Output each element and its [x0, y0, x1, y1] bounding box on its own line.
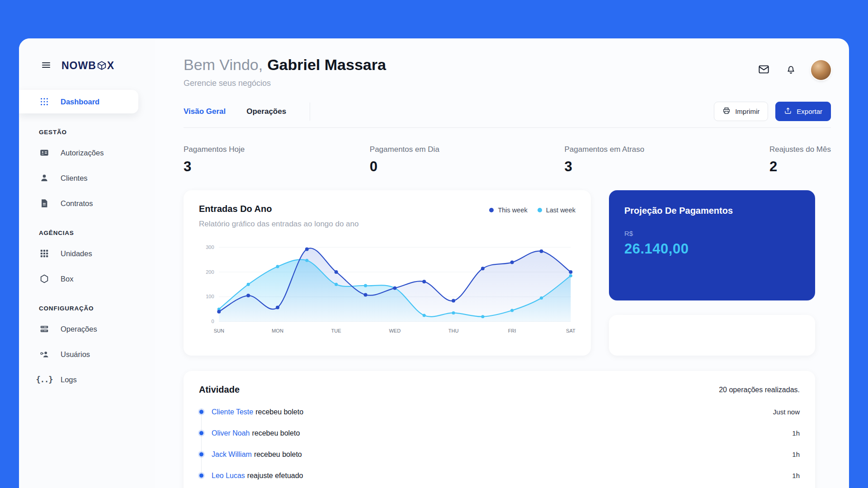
messages-button[interactable]	[757, 62, 771, 78]
user-avatar[interactable]	[811, 60, 831, 80]
hexagon-box-icon	[39, 273, 50, 284]
legend-last-week[interactable]: Last week	[538, 206, 576, 214]
activity-time: 1h	[792, 429, 800, 437]
activity-bullet-icon	[199, 431, 203, 435]
sidebar-item-label: Contratos	[61, 199, 93, 208]
stat-label: Pagamentos em Dia	[370, 145, 439, 154]
grid-icon	[39, 248, 50, 259]
activity-action: recebeu boleto	[255, 408, 303, 416]
stat-value: 0	[370, 159, 439, 175]
sidebar-item-autorizacoes[interactable]: Autorizações	[39, 142, 155, 164]
stat-label: Pagamentos em Atraso	[565, 145, 645, 154]
activity-card: Atividade 20 operações realizadas. Clien…	[184, 371, 815, 488]
activity-client-link[interactable]: Cliente Teste	[212, 408, 253, 416]
sidebar-item-dashboard[interactable]: Dashboard	[19, 90, 138, 113]
sidebar-item-usuarios[interactable]: Usuários	[39, 343, 155, 365]
sidebar-item-unidades[interactable]: Unidades	[39, 243, 155, 264]
user-key-icon	[39, 349, 50, 360]
svg-text:200: 200	[206, 269, 214, 275]
sidebar-item-label: Dashboard	[61, 98, 99, 106]
mail-icon	[758, 63, 770, 77]
chart-subtitle: Relatório gráfico das entradas ao longo …	[199, 220, 359, 229]
print-button-label: Imprimir	[735, 108, 760, 115]
export-button-label: Exportar	[797, 108, 822, 115]
sidebar-section-gestao: GESTÃO Autorizações Clientes Contratos	[19, 129, 155, 214]
activity-client-link[interactable]: Jack William	[212, 450, 252, 458]
user-name: Gabriel Massara	[267, 56, 386, 73]
sidebar-item-operacoes[interactable]: Operações	[39, 318, 155, 340]
export-icon	[784, 107, 792, 116]
svg-text:SUN: SUN	[214, 328, 224, 334]
sidebar-item-label: Unidades	[61, 249, 92, 258]
right-column: Projeção De Pagamentos R$ 26.140,00	[609, 190, 815, 356]
print-button[interactable]: Imprimir	[714, 102, 768, 121]
projection-currency: R$	[624, 230, 800, 237]
tab-visao-geral[interactable]: Visão Geral	[184, 107, 226, 116]
notifications-button[interactable]	[784, 63, 797, 77]
chart-legend: This week Last week	[489, 206, 576, 214]
stat-value: 2	[769, 159, 831, 175]
svg-text:SAT: SAT	[566, 328, 576, 334]
empty-card	[609, 315, 815, 356]
svg-text:WED: WED	[389, 328, 401, 334]
projection-amount: 26.140,00	[624, 241, 800, 257]
last-week-dot-icon	[538, 208, 542, 212]
this-week-dot-icon	[489, 208, 494, 212]
cards-row: Entradas Do Ano Relatório gráfico das en…	[184, 190, 815, 356]
sidebar-section-agencias: AGÊNCIAS Unidades Box	[19, 230, 155, 290]
header-actions: Imprimir Exportar	[714, 102, 831, 121]
activity-row: Jack Williamrecebeu boleto 1h	[199, 444, 800, 465]
activity-client-link[interactable]: Leo Lucas	[212, 472, 245, 479]
greeting-prefix: Bem Vindo,	[184, 56, 263, 73]
sidebar-item-logs[interactable]: {..} Logs	[39, 369, 155, 390]
tab-group: Visão Geral Operações	[184, 103, 310, 121]
document-icon	[39, 198, 50, 209]
chart-title: Entradas Do Ano	[199, 204, 359, 214]
svg-text:FRI: FRI	[508, 328, 516, 334]
entries-chart-card: Entradas Do Ano Relatório gráfico das en…	[184, 190, 591, 356]
tab-operacoes[interactable]: Operações	[246, 107, 286, 116]
activity-time: 1h	[792, 450, 800, 458]
sidebar-item-label: Autorizações	[61, 149, 104, 157]
legend-this-week[interactable]: This week	[489, 206, 527, 214]
activity-row: Cliente Testerecebeu boleto Just now	[199, 401, 800, 422]
legend-label: Last week	[546, 206, 576, 214]
sidebar: NOWB X Dashboard GESTÃO	[19, 38, 155, 488]
brand-text-right: X	[107, 60, 114, 72]
logs-braces-icon: {..}	[39, 374, 50, 385]
app-window: NOWB X Dashboard GESTÃO	[19, 38, 849, 488]
sidebar-item-label: Clientes	[61, 174, 88, 183]
projection-card: Projeção De Pagamentos R$ 26.140,00	[609, 190, 815, 300]
sidebar-item-contratos[interactable]: Contratos	[39, 192, 155, 214]
activity-row: Oliver Noahrecebeu boleto 1h	[199, 422, 800, 444]
stat-pagamentos-em-dia: Pagamentos em Dia 0	[370, 145, 439, 175]
box-logo-icon	[97, 61, 107, 70]
sidebar-section-configuracao: CONFIGURAÇÃO Operações Usuários {..} Log…	[19, 305, 155, 390]
export-button[interactable]: Exportar	[775, 102, 831, 121]
brand-logo: NOWB X	[61, 60, 114, 72]
menu-toggle-button[interactable]	[39, 58, 53, 74]
activity-summary: 20 operações realizadas.	[719, 386, 800, 394]
dashboard-icon	[39, 96, 50, 107]
sidebar-item-clientes[interactable]: Clientes	[39, 167, 155, 189]
activity-client-link[interactable]: Oliver Noah	[212, 429, 250, 437]
person-icon	[39, 173, 50, 183]
tabs-row: Visão Geral Operações Imprimir Exportar	[184, 102, 831, 128]
printer-icon	[722, 107, 731, 116]
stat-pagamentos-hoje: Pagamentos Hoje 3	[184, 145, 245, 175]
stat-pagamentos-em-atraso: Pagamentos em Atraso 3	[565, 145, 645, 175]
svg-text:0: 0	[212, 319, 214, 324]
page-title: Bem Vindo,Gabriel Massara	[184, 56, 386, 73]
activity-bullet-icon	[199, 452, 203, 456]
section-title: AGÊNCIAS	[39, 230, 155, 236]
bell-icon	[785, 64, 797, 76]
sidebar-item-label: Logs	[61, 375, 77, 384]
main-content: Bem Vindo,Gabriel Massara Gerencie seus …	[155, 38, 849, 488]
stat-label: Reajustes do Mês	[769, 145, 831, 154]
svg-text:100: 100	[206, 294, 214, 300]
activity-bullet-icon	[199, 410, 203, 414]
sidebar-header: NOWB X	[19, 56, 155, 75]
activity-time: 1h	[792, 472, 800, 479]
svg-text:THU: THU	[448, 328, 459, 334]
sidebar-item-box[interactable]: Box	[39, 268, 155, 290]
